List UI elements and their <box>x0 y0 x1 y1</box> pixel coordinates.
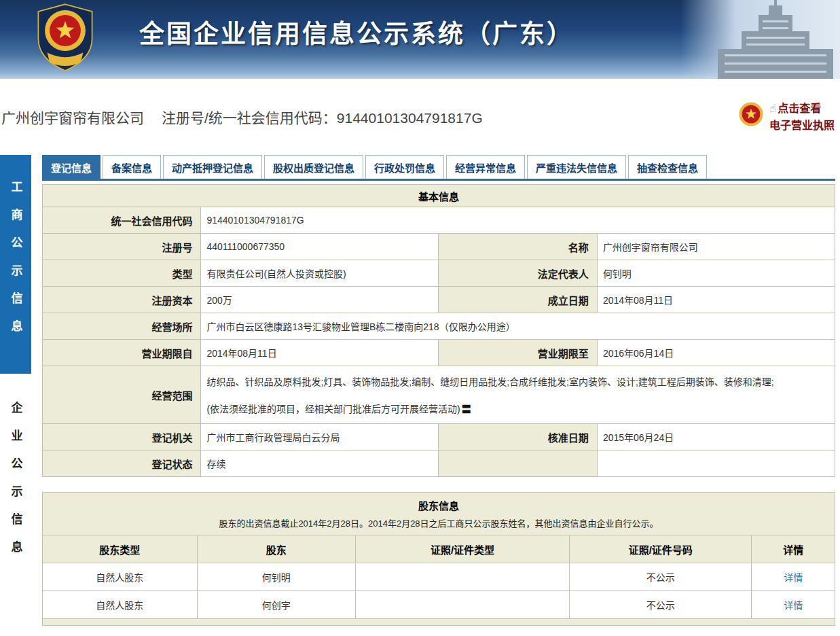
approval-date-label: 核准日期 <box>439 424 597 450</box>
company-title: 广州创宇窗帘有限公司注册号/统一社会信用代码：91440101304791817… <box>1 107 483 127</box>
name-value: 广州创宇窗帘有限公司 <box>597 234 835 260</box>
table-row: 股东信息 股东的出资信息截止2014年2月28日。2014年2月28日之后工商只… <box>43 493 835 535</box>
company-credit-code: 注册号/统一社会信用代码：91440101304791817G <box>162 110 483 126</box>
detail-link[interactable]: 详情 <box>784 572 803 583</box>
detail-link[interactable]: 详情 <box>784 600 803 611</box>
next-section-strip <box>42 619 835 626</box>
type-label: 类型 <box>43 260 201 287</box>
scope-line1: 纺织品、针织品及原料批发;灯具、装饰物品批发;编制、缝纫日用品批发;合成纤维批发… <box>206 374 829 388</box>
table-row: 登记状态 存续 <box>43 450 835 477</box>
est-date-value: 2014年08月11日 <box>597 287 835 313</box>
scope-line2: (依法须经批准的项目，经相关部门批准后方可开展经营活动)〓 <box>206 402 829 415</box>
status-label: 登记状态 <box>43 450 201 477</box>
shareholder-type: 自然人股东 <box>43 563 198 591</box>
shareholder-cert-no: 不公示 <box>570 563 752 591</box>
content-area: 登记信息 备案信息 动产抵押登记信息 股权出质登记信息 行政处罚信息 经营异常信… <box>42 155 835 626</box>
tab-registration-info[interactable]: 登记信息 <box>42 155 101 179</box>
table-row: 注册资本 200万 成立日期 2014年08月11日 <box>43 287 835 313</box>
hand-pointer-icon: ☝ <box>769 102 776 115</box>
header-building-image <box>680 0 840 79</box>
tab-filing-info[interactable]: 备案信息 <box>103 155 161 179</box>
col-header-detail: 详情 <box>752 535 835 563</box>
authority-value: 广州市工商行政管理局白云分局 <box>201 424 439 450</box>
shareholder-cert-no: 不公示 <box>570 591 752 619</box>
tab-bar: 登记信息 备案信息 动产抵押登记信息 股权出质登记信息 行政处罚信息 经营异常信… <box>42 155 835 181</box>
legal-rep-label: 法定代表人 <box>439 260 597 287</box>
scope-value: 纺织品、针织品及原料批发;灯具、装饰物品批发;编制、缝纫日用品批发;合成纤维批发… <box>201 366 835 424</box>
table-row: 注册号 440111000677350 名称 广州创宇窗帘有限公司 <box>43 234 835 260</box>
table-row: 经营场所 广州市白云区德康路13号汇骏物业管理B栋二楼南向218（仅限办公用途） <box>43 313 835 340</box>
tab-serious-violation-info[interactable]: 严重违法失信信息 <box>527 155 626 179</box>
table-row: 统一社会信用代码 91440101304791817G <box>43 207 835 234</box>
scope-label: 经营范围 <box>43 366 201 424</box>
license-emblem-icon <box>737 101 765 133</box>
reg-capital-label: 注册资本 <box>43 287 201 313</box>
site-header: 全国企业信用信息公示系统（广东） <box>0 0 840 79</box>
authority-label: 登记机关 <box>43 424 201 450</box>
term-from-label: 营业期限自 <box>43 340 201 366</box>
table-row: 经营范围 纺织品、针织品及原料批发;灯具、装饰物品批发;编制、缝纫日用品批发;合… <box>43 366 835 424</box>
shareholder-name: 何钊明 <box>197 563 355 591</box>
shareholder-cert-type <box>355 563 569 591</box>
sidebar: 工商公示信息 企业公示信息 <box>0 155 31 591</box>
national-emblem-icon <box>35 3 95 73</box>
sidebar-item-business-publicity[interactable]: 工商公示信息 <box>0 155 31 374</box>
table-row: 营业期限自 2014年08月11日 营业期限至 2016年06月14日 <box>43 340 835 366</box>
tab-spot-check-info[interactable]: 抽查检查信息 <box>628 155 707 179</box>
table-row: 基本信息 <box>43 185 835 207</box>
term-from-value: 2014年08月11日 <box>201 340 439 366</box>
shareholder-title: 股东信息 <box>47 498 830 512</box>
tab-equity-pledge-info[interactable]: 股权出质登记信息 <box>264 155 363 179</box>
reg-no-value: 440111000677350 <box>201 234 439 260</box>
credit-code-value: 91440101304791817G <box>201 207 835 234</box>
col-header-type: 股东类型 <box>43 535 198 563</box>
term-to-value: 2016年06月14日 <box>597 340 835 366</box>
table-row: 登记机关 广州市工商行政管理局白云分局 核准日期 2015年06月24日 <box>43 424 835 450</box>
table-row: 类型 有限责任公司(自然人投资或控股) 法定代表人 何钊明 <box>43 260 835 287</box>
shareholder-name: 何创宇 <box>197 591 355 619</box>
tab-abnormal-operation-info[interactable]: 经营异常信息 <box>446 155 525 179</box>
status-value: 存续 <box>201 450 439 477</box>
basic-info-title: 基本信息 <box>43 185 835 207</box>
shareholder-section-header: 股东信息 股东的出资信息截止2014年2月28日。2014年2月28日之后工商只… <box>43 493 835 535</box>
empty-value-cell <box>597 450 835 477</box>
shareholder-table: 股东信息 股东的出资信息截止2014年2月28日。2014年2月28日之后工商只… <box>42 492 835 619</box>
type-value: 有限责任公司(自然人投资或控股) <box>201 260 439 287</box>
premises-value: 广州市白云区德康路13号汇骏物业管理B栋二楼南向218（仅限办公用途） <box>201 313 835 340</box>
empty-label-cell <box>439 450 597 477</box>
shareholder-cert-type <box>355 591 569 619</box>
company-bar: 广州创宇窗帘有限公司注册号/统一社会信用代码：91440101304791817… <box>0 79 840 155</box>
main-area: 工商公示信息 企业公示信息 登记信息 备案信息 动产抵押登记信息 股权出质登记信… <box>0 155 840 626</box>
premises-label: 经营场所 <box>43 313 201 340</box>
sidebar-item-enterprise-publicity[interactable]: 企业公示信息 <box>0 379 31 591</box>
tab-chattel-mortgage-info[interactable]: 动产抵押登记信息 <box>163 155 262 179</box>
table-row: 自然人股东 何创宇 不公示 详情 <box>43 591 835 619</box>
expand-icon[interactable]: 〓 <box>462 404 471 414</box>
company-name: 广州创宇窗帘有限公司 <box>1 110 144 126</box>
col-header-shareholder: 股东 <box>197 535 355 563</box>
col-header-cert-type: 证照/证件类型 <box>355 535 569 563</box>
license-text: ☝点击查看 电子营业执照 <box>769 101 835 133</box>
legal-rep-value: 何钊明 <box>597 260 835 287</box>
term-to-label: 营业期限至 <box>439 340 597 366</box>
shareholder-type: 自然人股东 <box>43 591 198 619</box>
table-row: 自然人股东 何钊明 不公示 详情 <box>43 563 835 591</box>
license-link[interactable]: ☝点击查看 电子营业执照 <box>737 101 835 133</box>
credit-code-label: 统一社会信用代码 <box>43 207 201 234</box>
table-header-row: 股东类型 股东 证照/证件类型 证照/证件号码 详情 <box>43 535 835 563</box>
name-label: 名称 <box>439 234 597 260</box>
reg-capital-value: 200万 <box>201 287 439 313</box>
tab-admin-penalty-info[interactable]: 行政处罚信息 <box>365 155 444 179</box>
reg-no-label: 注册号 <box>43 234 201 260</box>
shareholder-note: 股东的出资信息截止2014年2月28日。2014年2月28日之后工商只公示股东姓… <box>47 516 830 529</box>
est-date-label: 成立日期 <box>439 287 597 313</box>
basic-info-table: 基本信息 统一社会信用代码 91440101304791817G 注册号 440… <box>42 184 835 477</box>
col-header-cert-no: 证照/证件号码 <box>570 535 752 563</box>
page-title: 全国企业信用信息公示系统（广东） <box>139 14 574 50</box>
approval-date-value: 2015年06月24日 <box>597 424 835 450</box>
